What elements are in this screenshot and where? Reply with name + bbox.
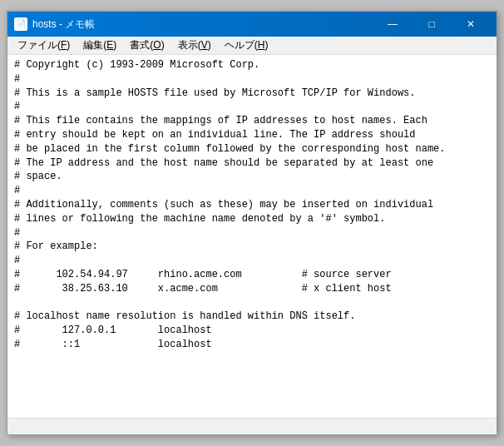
main-window: 📄 hosts - メモ帳 — □ ✕ ファイル(F) 編集(E) 書式(O) … [7,11,497,435]
menu-help[interactable]: ヘルプ(H) [218,37,275,54]
menu-view[interactable]: 表示(V) [171,37,218,54]
minimize-button[interactable]: — [373,12,412,37]
status-bar [7,418,497,434]
content-area[interactable]: # Copyright (c) 1993-2009 Microsoft Corp… [7,55,497,418]
menu-bar: ファイル(F) 編集(E) 書式(O) 表示(V) ヘルプ(H) [7,37,497,55]
title-bar-controls: — □ ✕ [373,12,490,37]
menu-edit[interactable]: 編集(E) [77,37,123,54]
window-title: hosts - メモ帳 [32,17,95,32]
title-bar: 📄 hosts - メモ帳 — □ ✕ [7,12,497,37]
close-button[interactable]: ✕ [452,12,490,37]
maximize-button[interactable]: □ [413,12,451,37]
menu-format[interactable]: 書式(O) [123,37,170,54]
title-bar-left: 📄 hosts - メモ帳 [14,17,95,32]
menu-file[interactable]: ファイル(F) [11,37,77,54]
app-icon: 📄 [14,17,27,31]
text-editor[interactable]: # Copyright (c) 1993-2009 Microsoft Corp… [14,58,490,352]
